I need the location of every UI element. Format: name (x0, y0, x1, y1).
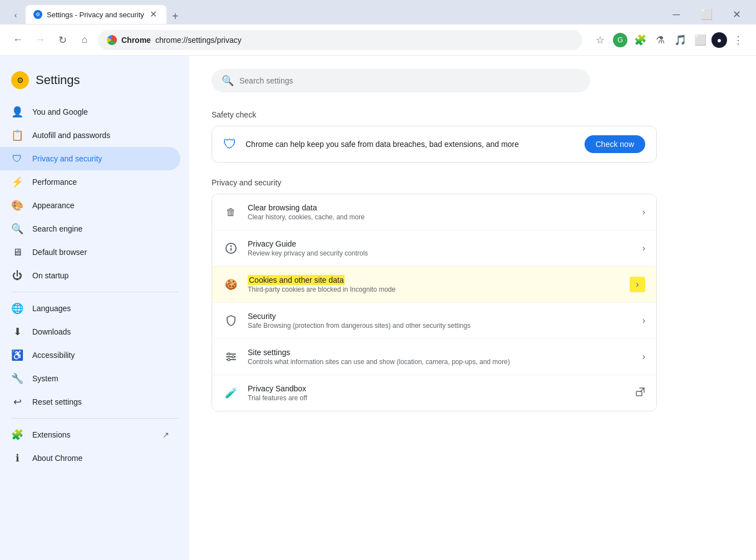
restore-button[interactable]: ⬜ (694, 6, 719, 23)
profile-button[interactable]: G (611, 31, 629, 49)
minimize-button[interactable]: ─ (664, 6, 689, 23)
title-bar: ‹ ⚙ Settings - Privacy and security ✕ + … (0, 0, 756, 24)
on-startup-icon: ⏻ (11, 269, 23, 282)
lab-icon-button[interactable]: ⚗ (651, 31, 669, 49)
safety-check-card: 🛡 Chrome can help keep you safe from dat… (212, 126, 657, 163)
external-link-icon: ↗ (163, 430, 169, 439)
default-browser-icon: 🖥 (11, 246, 23, 258)
sidebar-item-label: Autofill and passwords (32, 131, 110, 140)
sidebar-item-performance[interactable]: ⚡ Performance (0, 170, 180, 194)
clear-browsing-data-item[interactable]: 🗑 Clear browsing data Clear history, coo… (212, 194, 656, 230)
item-text: Security Safe Browsing (protection from … (248, 312, 634, 330)
cookie-icon: 🍪 (223, 277, 239, 292)
sidebar-item-on-startup[interactable]: ⏻ On startup (0, 264, 180, 287)
sidebar-item-reset-settings[interactable]: ↩ Reset settings (0, 390, 180, 414)
check-now-button[interactable]: Check now (585, 135, 645, 153)
new-tab-button[interactable]: + (168, 8, 183, 24)
privacy-sandbox-item[interactable]: 🧪 Privacy Sandbox Trial features are off (212, 375, 656, 411)
sidebar-item-label: Default browser (32, 248, 87, 257)
tab-bar: ‹ ⚙ Settings - Privacy and security ✕ + (7, 5, 661, 24)
search-input[interactable] (239, 76, 580, 85)
sidebar-item-languages[interactable]: 🌐 Languages (0, 297, 180, 320)
chrome-icon (107, 35, 117, 45)
sidebar-item-extensions[interactable]: 🧩 Extensions ↗ (0, 423, 180, 446)
sidebar-item-label: About Chrome (32, 454, 82, 463)
sidebar-item-privacy[interactable]: 🛡 Privacy and security (0, 147, 180, 170)
active-tab[interactable]: ⚙ Settings - Privacy and security ✕ (26, 5, 166, 24)
sidebar-item-autofill[interactable]: 📋 Autofill and passwords (0, 124, 180, 147)
sidebar-item-label: Extensions (32, 430, 70, 439)
item-desc: Controls what information sites can use … (248, 358, 634, 366)
svg-point-8 (232, 356, 234, 358)
sidebar-item-label: System (32, 374, 58, 383)
item-title: Security (248, 312, 634, 321)
sidebar-item-default-browser[interactable]: 🖥 Default browser (0, 240, 180, 264)
about-icon: ℹ (11, 452, 23, 464)
chevron-right-icon: › (642, 352, 645, 362)
languages-icon: 🌐 (11, 302, 23, 315)
chrome-menu-button[interactable]: ⋮ (729, 31, 747, 49)
item-title: Site settings (248, 348, 634, 357)
privacy-section: Privacy and security 🗑 Clear browsing da… (212, 178, 657, 411)
shield-check-icon: 🛡 (223, 136, 237, 152)
page-content: ⚙ Settings 👤 You and Google 📋 Autofill a… (0, 56, 756, 560)
privacy-sandbox-icon: 🧪 (223, 385, 239, 401)
back-button[interactable]: ← (9, 31, 27, 49)
split-button[interactable]: ⬜ (691, 31, 709, 49)
extensions-icon: 🧩 (11, 429, 23, 441)
search-engine-icon: 🔍 (11, 223, 23, 235)
cookies-item[interactable]: 🍪 Cookies and other site data Third-part… (212, 267, 656, 303)
sidebar-item-label: Languages (32, 304, 71, 313)
sidebar-item-downloads[interactable]: ⬇ Downloads (0, 320, 180, 343)
nav-bar: ← → ↻ ⌂ Chrome chrome://settings/privacy… (0, 24, 756, 56)
sidebar-item-label: Privacy and security (32, 154, 102, 163)
bookmark-button[interactable]: ☆ (591, 31, 609, 49)
svg-rect-2 (230, 248, 232, 251)
sidebar-header: ⚙ Settings (0, 65, 189, 100)
sidebar-item-about-chrome[interactable]: ℹ About Chrome (0, 446, 180, 470)
tab-scroll-btn[interactable]: ‹ (7, 6, 24, 24)
privacy-guide-item[interactable]: Privacy Guide Review key privacy and sec… (212, 230, 656, 267)
forward-button[interactable]: → (31, 31, 49, 49)
address-bar[interactable]: Chrome chrome://settings/privacy (98, 30, 582, 50)
privacy-icon: 🛡 (11, 153, 23, 165)
sidebar-item-search-engine[interactable]: 🔍 Search engine (0, 217, 180, 240)
tab-close-button[interactable]: ✕ (149, 9, 159, 19)
item-text: Privacy Sandbox Trial features are off (248, 384, 626, 402)
downloads-icon: ⬇ (11, 326, 23, 338)
site-settings-item[interactable]: Site settings Controls what information … (212, 339, 656, 375)
item-text: Site settings Controls what information … (248, 348, 634, 366)
sidebar-item-label: On startup (32, 271, 68, 280)
sidebar-item-you-and-google[interactable]: 👤 You and Google (0, 100, 180, 124)
close-button[interactable]: ✕ (724, 6, 749, 23)
profile-avatar[interactable]: ● (711, 32, 727, 48)
item-title: Cookies and other site data (248, 276, 621, 284)
item-title: Privacy Guide (248, 239, 634, 248)
accessibility-icon: ♿ (11, 349, 23, 361)
sidebar-item-label: Search engine (32, 224, 82, 233)
sidebar-item-system[interactable]: 🔧 System (0, 367, 180, 390)
browser-frame: ‹ ⚙ Settings - Privacy and security ✕ + … (0, 0, 756, 560)
annotation-arrow (212, 273, 212, 297)
sidebar-item-accessibility[interactable]: ♿ Accessibility (0, 343, 180, 367)
trash-icon: 🗑 (223, 204, 239, 220)
address-url: chrome://settings/privacy (155, 36, 242, 45)
item-text: Cookies and other site data Third-party … (248, 276, 621, 293)
item-title: Privacy Sandbox (248, 384, 626, 393)
settings-logo: ⚙ (11, 71, 29, 89)
media-button[interactable]: 🎵 (671, 31, 689, 49)
extensions-button[interactable]: 🧩 (631, 31, 649, 49)
settings-heading: Settings (36, 73, 80, 87)
address-brand: Chrome (121, 36, 151, 45)
home-button[interactable]: ⌂ (76, 31, 94, 49)
tab-favicon: ⚙ (33, 10, 42, 19)
sidebar-item-appearance[interactable]: 🎨 Appearance (0, 194, 180, 217)
chevron-right-highlighted-icon: › (630, 277, 645, 292)
main-content: 🔍 Safety check 🛡 Chrome can help keep yo… (189, 56, 756, 560)
reload-button[interactable]: ↻ (53, 31, 71, 49)
search-box[interactable]: 🔍 (212, 69, 590, 92)
performance-icon: ⚡ (11, 176, 23, 188)
external-link-icon (635, 387, 645, 400)
security-item[interactable]: Security Safe Browsing (protection from … (212, 303, 656, 339)
item-desc: Review key privacy and security controls (248, 249, 634, 257)
